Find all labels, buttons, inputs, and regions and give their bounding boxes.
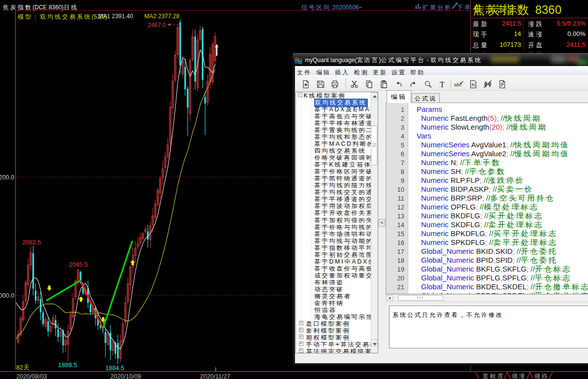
svg-text:1884.5: 1884.5: [105, 365, 124, 372]
svg-text:2000.0: 2000.0: [0, 292, 14, 299]
svg-text:领涨: 领涨: [511, 373, 526, 379]
svg-text:82天: 82天: [16, 364, 30, 371]
svg-text:2082.5: 2082.5: [22, 239, 41, 246]
svg-text:2020/08/03: 2020/08/03: [16, 373, 47, 379]
svg-text:T: T: [440, 80, 445, 89]
svg-text:2045.5: 2045.5: [69, 261, 88, 268]
svg-text:贡献度: 贡献度: [483, 373, 505, 379]
svg-text:abc: abc: [454, 82, 462, 87]
svg-text:N: N: [472, 82, 475, 87]
svg-text:领跌: 领跌: [534, 373, 549, 379]
svg-text:2020/11/27: 2020/11/27: [200, 373, 230, 379]
svg-text:2020/10/09: 2020/10/09: [110, 373, 141, 379]
svg-text:2467.0: 2467.0: [148, 22, 166, 29]
svg-text:1889.5: 1889.5: [58, 362, 77, 369]
svg-text:2200.0: 2200.0: [0, 174, 14, 181]
